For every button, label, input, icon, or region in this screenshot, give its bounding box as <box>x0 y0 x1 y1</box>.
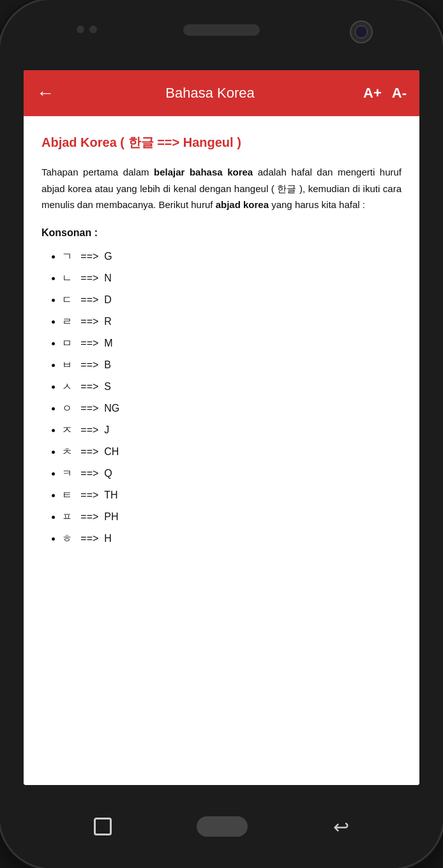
recents-button[interactable] <box>94 818 112 835</box>
app-bar-title: Bahasa Korea <box>67 85 353 101</box>
consonant-list: ㄱ ==> G ㄴ ==> N ㄷ ==> D ㄹ ==> R ㅁ ==> M … <box>41 249 402 546</box>
konsonan-label: Konsonan : <box>41 227 402 239</box>
back-nav-button[interactable]: ↩ <box>333 816 349 838</box>
screen: ← Bahasa Korea A+ A- Abjad Korea ( 한글 ==… <box>24 70 419 785</box>
app-bar: ← Bahasa Korea A+ A- <box>24 70 419 116</box>
back-button[interactable]: ← <box>36 83 54 103</box>
list-item: ㅍ ==> PH <box>62 509 402 525</box>
speaker-dot <box>77 26 84 33</box>
top-bezel <box>0 0 443 70</box>
section-title: Abjad Korea ( 한글 ==> Hangeul ) <box>41 134 402 151</box>
list-item: ㄷ ==> D <box>62 292 402 308</box>
list-item: ㅎ ==> H <box>62 531 402 546</box>
list-item: ㅁ ==> M <box>62 336 402 351</box>
font-increase-button[interactable]: A+ <box>363 85 382 101</box>
intro-paragraph: Tahapan pertama dalam belajar bahasa kor… <box>41 164 402 213</box>
home-button[interactable] <box>197 816 248 837</box>
list-item: ㄴ ==> N <box>62 271 402 286</box>
list-item: ㅋ ==> Q <box>62 466 402 481</box>
speaker-dots <box>77 26 97 33</box>
speaker-bar <box>183 24 260 36</box>
list-item: ㄱ ==> G <box>62 249 402 264</box>
list-item: ㄹ ==> R <box>62 314 402 329</box>
speaker-dot <box>89 26 97 33</box>
font-decrease-button[interactable]: A- <box>392 85 407 101</box>
list-item: ㅂ ==> B <box>62 357 402 373</box>
list-item: ㅇ ==> NG <box>62 401 402 416</box>
camera <box>350 20 373 43</box>
content-area: Abjad Korea ( 한글 ==> Hangeul ) Tahapan p… <box>24 116 419 785</box>
bottom-bezel: ↩ <box>0 785 443 868</box>
list-item: ㅅ ==> S <box>62 379 402 394</box>
list-item: ㅊ ==> CH <box>62 444 402 460</box>
list-item: ㅈ ==> J <box>62 423 402 438</box>
list-item: ㅌ ==> TH <box>62 488 402 503</box>
phone-frame: ← Bahasa Korea A+ A- Abjad Korea ( 한글 ==… <box>0 0 443 868</box>
